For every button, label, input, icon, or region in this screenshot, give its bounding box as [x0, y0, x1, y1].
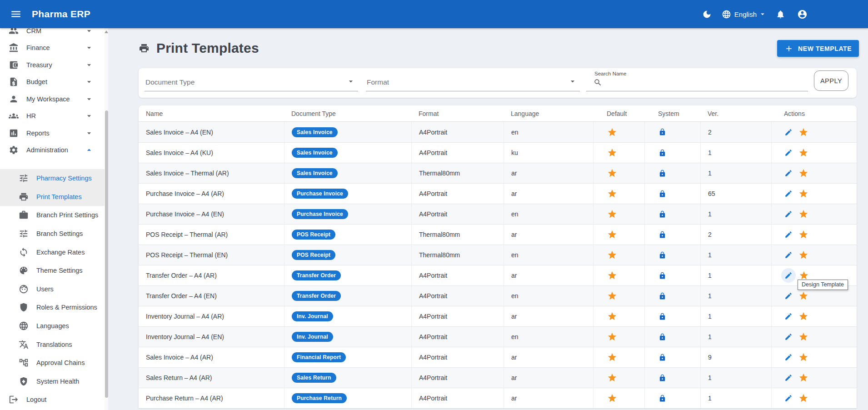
table-row: Transfer Order – A4 (AR) Transfer Order … [139, 265, 857, 285]
favorite-star-icon[interactable] [798, 291, 808, 301]
cell-default [593, 225, 644, 245]
sidebar-item-approval-chains[interactable]: Approval Chains [0, 354, 108, 372]
language-selector[interactable]: English [734, 10, 757, 18]
edit-icon[interactable] [784, 210, 793, 218]
cell-language: en [504, 122, 593, 142]
sidebar-item-system-health[interactable]: System Health [0, 372, 108, 391]
sidebar-item-label: Administration [26, 146, 68, 154]
cell-format: A4Portrait [411, 306, 504, 326]
sidebar-item-reports[interactable]: Reports [0, 125, 108, 142]
table-row: Sales Invoice – A4 (AR) Financial Report… [139, 347, 857, 367]
scrollbar-up-arrow[interactable] [105, 30, 108, 34]
sidebar-item-print-templates[interactable]: Print Templates [0, 188, 108, 206]
edit-icon[interactable] [784, 251, 793, 259]
cell-format: A4Portrait [411, 143, 504, 163]
cell-default [593, 184, 644, 204]
cell-document-type: Inv. Journal [284, 306, 411, 326]
sidebar-item-label: System Health [36, 378, 79, 385]
favorite-star-icon[interactable] [798, 393, 808, 403]
translate-icon [18, 340, 29, 350]
favorite-star-icon[interactable] [798, 250, 808, 260]
cell-default [593, 163, 644, 183]
default-star-icon [607, 127, 617, 137]
apply-button[interactable]: APPLY [814, 70, 848, 91]
favorite-star-icon[interactable] [798, 352, 808, 362]
document-type-badge: Purchase Invoice [292, 189, 348, 199]
edit-icon[interactable] [784, 394, 793, 402]
favorite-star-icon[interactable] [798, 148, 808, 158]
favorite-star-icon[interactable] [798, 311, 808, 321]
favorite-star-icon[interactable] [798, 332, 808, 342]
default-star-icon [607, 332, 617, 342]
sidebar-item-exchange-rates[interactable]: Exchange Rates [0, 243, 108, 261]
sidebar-item-hr[interactable]: HR [0, 108, 108, 125]
cell-format: A4Portrait [411, 122, 504, 142]
dark-mode-toggle-icon[interactable] [702, 10, 712, 19]
edit-button-hovered[interactable] [781, 268, 796, 283]
format-select[interactable]: Format [366, 68, 580, 91]
sidebar-item-roles-permissions[interactable]: Roles & Permissions [0, 298, 108, 317]
lock-icon [658, 395, 666, 402]
document-type-select[interactable]: Document Type [145, 68, 358, 91]
sidebar-item-budget[interactable]: Budget [0, 74, 108, 91]
logout-icon [8, 395, 19, 405]
default-star-icon [607, 189, 617, 199]
sidebar-item-branch-print-settings[interactable]: Branch Print Settings [0, 206, 108, 225]
column-header-name: Name [139, 110, 284, 117]
edit-icon[interactable] [784, 312, 793, 320]
favorite-star-icon[interactable] [798, 127, 808, 137]
hamburger-menu-icon[interactable] [10, 8, 22, 20]
favorite-star-icon[interactable] [799, 270, 809, 280]
chevron-down-icon [84, 129, 95, 138]
app-title: Pharma ERP [32, 9, 90, 20]
favorite-star-icon[interactable] [798, 168, 808, 178]
edit-icon[interactable] [784, 190, 793, 198]
sidebar-item-logout[interactable]: Logout [0, 390, 108, 409]
table-row: Transfer Order – A4 (EN) Transfer Order … [139, 285, 857, 306]
sidebar-item-treasury[interactable]: Treasury [0, 56, 108, 74]
new-template-button[interactable]: NEW TEMPLATE [777, 40, 859, 57]
account-avatar-icon[interactable] [797, 9, 808, 20]
document-type-badge: Inv. Journal [292, 311, 333, 321]
sidebar-item-label: Branch Settings [36, 230, 83, 237]
edit-icon[interactable] [784, 292, 793, 300]
tree-icon [18, 358, 29, 368]
document-type-badge: Sales Invoice [292, 168, 338, 178]
sidebar-item-administration[interactable]: Administration [0, 142, 108, 159]
edit-icon[interactable] [784, 333, 793, 341]
notifications-bell-icon[interactable] [776, 10, 785, 19]
edit-icon[interactable] [784, 169, 793, 177]
edit-icon[interactable] [784, 230, 793, 239]
sidebar-item-translations[interactable]: Translations [0, 335, 108, 354]
sidebar-item-finance[interactable]: Finance [0, 40, 108, 57]
edit-icon[interactable] [784, 374, 793, 382]
bank-icon [8, 43, 19, 53]
sidebar-item-languages[interactable]: Languages [0, 317, 108, 335]
favorite-star-icon[interactable] [798, 373, 808, 383]
edit-icon[interactable] [784, 271, 793, 280]
sidebar-item-theme-settings[interactable]: Theme Settings [0, 261, 108, 280]
cell-document-type: Sales Return [284, 368, 411, 388]
edit-icon[interactable] [784, 353, 793, 361]
column-header-act: Actions [771, 110, 857, 117]
edit-icon[interactable] [784, 128, 793, 136]
favorite-star-icon[interactable] [798, 189, 808, 199]
sidebar-item-my-workspace[interactable]: My Workspace [0, 90, 108, 108]
cell-actions [771, 204, 857, 224]
cell-language: ar [504, 388, 593, 408]
cell-default [593, 245, 644, 265]
cell-version: 1 [700, 245, 771, 265]
sidebar-scrollbar-thumb[interactable] [105, 110, 108, 398]
column-header-lang: Language [504, 110, 593, 117]
lock-icon [658, 354, 666, 361]
sidebar-item-users[interactable]: Users [0, 280, 108, 299]
sidebar-item-pharmacy-settings[interactable]: Pharmacy Settings [0, 169, 108, 188]
edit-icon[interactable] [784, 149, 793, 157]
favorite-star-icon[interactable] [798, 209, 808, 219]
favorite-star-icon[interactable] [798, 230, 808, 240]
cell-version: 1 [700, 143, 771, 163]
sidebar-item-branch-settings[interactable]: Branch Settings [0, 225, 108, 243]
search-name-field[interactable]: Search Name [586, 68, 808, 91]
cell-format: A4Portrait [411, 327, 504, 347]
sidebar-item-crm[interactable]: CRM [0, 28, 108, 40]
